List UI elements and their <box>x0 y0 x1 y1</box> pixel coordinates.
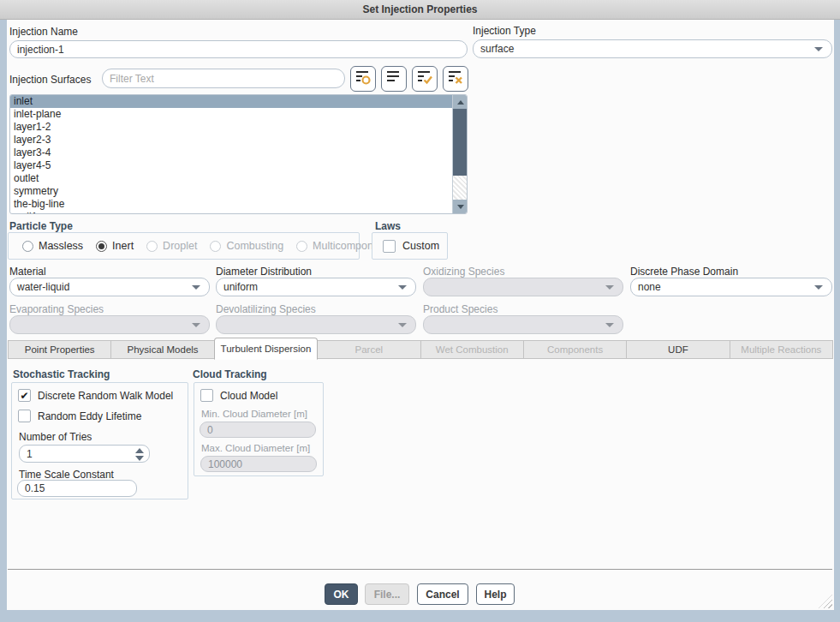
surface-list: inlet inlet-plane layer1-2 layer2-3 laye… <box>9 94 468 214</box>
custom-laws-checkbox[interactable] <box>383 240 396 253</box>
number-of-tries-label: Number of Tries <box>19 431 92 443</box>
radio-massless[interactable]: Massless <box>22 240 83 252</box>
radio-label: Droplet <box>163 240 197 252</box>
list-item[interactable]: inlet <box>10 95 452 108</box>
list-item[interactable]: layer3-4 <box>10 147 452 159</box>
tab-point-properties[interactable]: Point Properties <box>8 340 111 359</box>
show-list-button[interactable] <box>381 66 407 92</box>
footer-divider <box>8 569 832 570</box>
injection-type-select[interactable]: surface <box>473 39 832 58</box>
devolatilizing-species-select <box>216 315 416 334</box>
random-eddy-lifetime-checkbox[interactable] <box>18 410 31 422</box>
resize-grip[interactable] <box>819 595 832 608</box>
radio-icon <box>296 241 307 252</box>
oxidizing-species-label: Oxidizing Species <box>423 266 504 278</box>
list-x-icon <box>447 69 464 89</box>
list-item[interactable]: layer2-3 <box>10 134 452 147</box>
tab-udf[interactable]: UDF <box>626 340 730 359</box>
diameter-distribution-label: Diameter Distribution <box>216 266 312 278</box>
number-of-tries-stepper[interactable] <box>19 445 150 463</box>
chevron-down-icon <box>192 285 200 290</box>
window-title[interactable]: Set Injection Properties <box>0 0 840 20</box>
discrete-random-walk-checkbox[interactable] <box>18 389 31 402</box>
list-item[interactable]: wall1 <box>10 211 452 214</box>
product-species-select <box>423 315 623 334</box>
injection-properties-dialog: Injection Name Injection Type surface In… <box>7 20 834 610</box>
custom-laws-label: Custom <box>402 240 439 252</box>
deselect-all-button[interactable] <box>443 66 468 92</box>
random-eddy-lifetime-label: Random Eddy Lifetime <box>38 410 141 422</box>
chevron-down-icon <box>605 323 614 327</box>
diameter-distribution-select[interactable]: uniform <box>216 278 416 296</box>
cloud-model-checkbox[interactable] <box>200 389 213 402</box>
triangle-up-icon <box>457 100 464 105</box>
particle-type-label: Particle Type <box>9 220 73 232</box>
cloud-model-label: Cloud Model <box>220 390 277 402</box>
time-scale-constant-label: Time Scale Constant <box>19 469 114 481</box>
time-scale-constant-input[interactable] <box>17 480 137 497</box>
devolatilizing-species-label: Devolatilizing Species <box>216 303 316 315</box>
list-item[interactable]: outlet <box>10 172 452 185</box>
chevron-down-icon <box>605 285 614 290</box>
list-circle-icon <box>354 69 372 89</box>
injection-name-input[interactable] <box>9 40 468 58</box>
radio-label: Combusting <box>226 240 283 252</box>
list-item[interactable]: symmetry <box>10 185 452 198</box>
injection-type-value: surface <box>480 43 514 55</box>
tab-turbulent-dispersion[interactable]: Turbulent Dispersion <box>214 338 318 360</box>
material-select[interactable]: water-liquid <box>9 278 210 296</box>
radio-droplet: Droplet <box>146 240 197 252</box>
discrete-phase-domain-value: none <box>638 281 661 293</box>
scrollbar-thumb[interactable] <box>453 109 468 176</box>
help-button[interactable]: Help <box>476 583 515 605</box>
select-matching-button[interactable] <box>350 66 376 92</box>
radio-selected-icon <box>96 241 107 252</box>
radio-inert[interactable]: Inert <box>96 240 134 252</box>
product-species-label: Product Species <box>423 303 497 315</box>
discrete-random-walk-label: Discrete Random Walk Model <box>38 390 173 402</box>
list-scrollbar[interactable] <box>452 95 467 213</box>
chevron-down-icon <box>814 47 823 51</box>
scroll-down-button[interactable] <box>453 200 468 213</box>
tab-parcel: Parcel <box>317 340 420 359</box>
list-item[interactable]: layer1-2 <box>10 121 452 134</box>
material-label: Material <box>9 266 46 278</box>
injection-type-label: Injection Type <box>473 25 536 37</box>
spinner-arrows-icon[interactable] <box>135 448 144 461</box>
radio-combusting: Combusting <box>210 240 283 252</box>
chevron-down-icon <box>398 285 407 290</box>
tab-physical-models[interactable]: Physical Models <box>110 340 214 359</box>
particle-type-group: Massless Inert Droplet Combusting Multic… <box>8 232 360 260</box>
radio-icon <box>22 241 33 252</box>
ok-button[interactable]: OK <box>325 583 358 605</box>
tab-components: Components <box>523 340 627 359</box>
surface-filter-input[interactable] <box>102 69 345 88</box>
tab-bar: Point Properties Physical Models Turbule… <box>8 340 833 359</box>
diameter-distribution-value: uniform <box>223 281 258 293</box>
max-cloud-diameter-input <box>200 456 317 472</box>
tab-multiple-reactions: Multiple Reactions <box>730 340 833 359</box>
min-cloud-diameter-input <box>200 422 316 438</box>
scroll-up-button[interactable] <box>453 95 468 109</box>
triangle-down-icon <box>457 205 464 209</box>
radio-icon <box>210 241 221 252</box>
injection-surfaces-label: Injection Surfaces <box>9 74 91 86</box>
list-item[interactable]: inlet-plane <box>10 108 452 121</box>
injection-name-label: Injection Name <box>9 26 78 38</box>
discrete-phase-domain-select[interactable]: none <box>630 278 832 296</box>
evaporating-species-select <box>9 315 210 334</box>
list-lines-icon <box>385 69 402 89</box>
list-item[interactable]: the-big-line <box>10 198 452 211</box>
laws-group: Custom <box>372 232 448 260</box>
chevron-down-icon <box>398 323 407 327</box>
cancel-button[interactable]: Cancel <box>417 583 468 605</box>
radio-icon <box>146 241 158 252</box>
evaporating-species-label: Evaporating Species <box>9 303 104 315</box>
file-button: File... <box>365 583 409 605</box>
radio-label: Massless <box>39 240 83 252</box>
discrete-phase-domain-label: Discrete Phase Domain <box>630 266 738 278</box>
tab-wet-combustion: Wet Combustion <box>420 340 524 359</box>
max-cloud-diameter-label: Max. Cloud Diameter [m] <box>201 443 310 453</box>
list-item[interactable]: layer4-5 <box>10 159 452 172</box>
select-all-button[interactable] <box>412 66 438 92</box>
